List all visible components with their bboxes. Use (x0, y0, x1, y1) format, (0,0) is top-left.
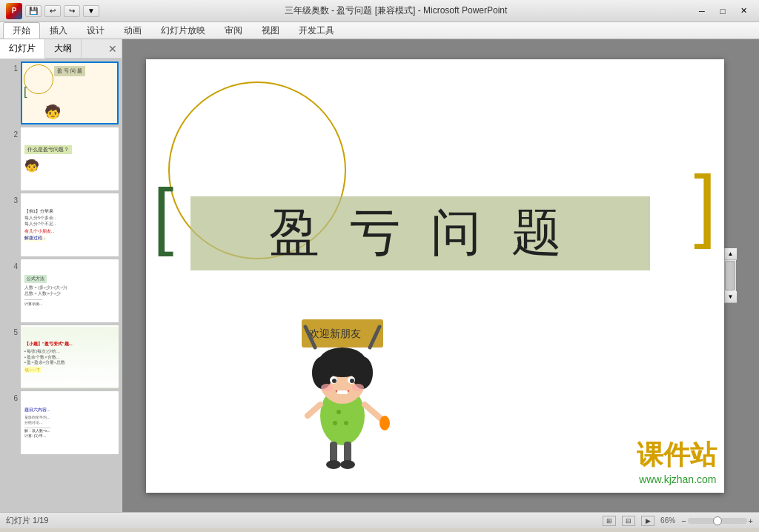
slide-canvas: [ ] 盈 亏 问 题 欢迎新朋友 (146, 59, 724, 493)
tab-outline[interactable]: 大纲 (45, 39, 82, 58)
undo-quick-btn[interactable]: ↩ (44, 5, 61, 17)
svg-point-17 (344, 421, 348, 425)
slide-sorter-btn[interactable]: ⊟ (622, 516, 635, 526)
slide-thumb-5: 【小题】"盈亏变式"题... • 每张(每次)少给... • 盈余个数×合数..… (21, 325, 119, 388)
svg-point-14 (352, 384, 364, 391)
slide-item-5[interactable]: 5 【小题】"盈亏变式"题... • 每张(每次)少给... • 盈余个数×合数… (3, 325, 119, 388)
left-bracket: [ (153, 178, 174, 252)
redo-quick-btn[interactable]: ↪ (64, 5, 80, 17)
slide-num-4: 4 (3, 259, 18, 270)
svg-point-12 (350, 379, 354, 383)
tab-developer[interactable]: 开发工具 (289, 22, 344, 39)
maximize-button[interactable]: □ (713, 4, 732, 18)
tab-design[interactable]: 设计 (77, 22, 114, 39)
slide-item-6[interactable]: 6 题目六内容... 某班同学平均... 分组讨论... 解：设人数=x... … (3, 391, 119, 454)
slide-thumb-3: 【例1】分苹果 每人分5个多余... 每人分7个不足... 有几个小朋友... … (21, 193, 119, 256)
slide-thumb-1: [ 盈 亏 问 题 🧒 (21, 61, 119, 124)
svg-line-25 (308, 405, 320, 416)
office-logo: P (6, 3, 22, 19)
zoom-slider[interactable] (688, 518, 747, 524)
svg-point-7 (312, 356, 333, 389)
tab-view[interactable]: 视图 (252, 22, 289, 39)
svg-point-8 (352, 356, 373, 389)
normal-view-btn[interactable]: ⊞ (603, 516, 616, 526)
tab-animation[interactable]: 动画 (114, 22, 151, 39)
close-button[interactable]: ✕ (734, 4, 753, 18)
window-controls: ─ □ ✕ (692, 4, 753, 18)
slide-thumb-6: 题目六内容... 某班同学平均... 分组讨论... 解：设人数=x... 计算… (21, 391, 119, 454)
svg-line-23 (365, 405, 382, 419)
reading-view-btn[interactable]: ▶ (641, 516, 654, 526)
svg-point-11 (332, 379, 337, 383)
ribbon: 开始 插入 设计 动画 幻灯片放映 审阅 视图 开发工具 (0, 22, 759, 39)
slides-list: 1 [ 盈 亏 问 题 🧒 2 什么是盈亏问题？ 🧒 (0, 59, 122, 512)
tab-insert[interactable]: 插入 (40, 22, 77, 39)
scroll-thumb[interactable] (725, 261, 735, 290)
main-area: 幻灯片 大纲 ✕ 1 [ 盈 亏 问 题 🧒 2 (0, 39, 759, 512)
title-bar-left: P 💾 ↩ ↪ ▼ (6, 3, 99, 19)
slide-item-3[interactable]: 3 【例1】分苹果 每人分5个多余... 每人分7个不足... 有几个小朋友..… (3, 193, 119, 256)
svg-point-16 (337, 410, 341, 414)
tab-slides[interactable]: 幻灯片 (0, 39, 45, 59)
panel-tabs: 幻灯片 大纲 ✕ (0, 39, 122, 59)
status-bar: 幻灯片 1/19 ⊞ ⊟ ▶ 66% − + (0, 512, 759, 528)
slide-num-6: 6 (3, 391, 18, 402)
slide-thumb-4: 公式方法 人数 = (多+少)÷(大-小) 总数 = 人数×小+少 计算示例..… (21, 259, 119, 322)
slide-item-2[interactable]: 2 什么是盈亏问题？ 🧒 (3, 127, 119, 190)
scroll-track[interactable] (725, 260, 736, 291)
window-title: 三年级奥数 - 盈亏问题 [兼容模式] - Microsoft PowerPoi… (99, 4, 692, 17)
slide-item-1[interactable]: 1 [ 盈 亏 问 题 🧒 (3, 61, 119, 124)
slide-count-label: 幻灯片 1/19 (6, 515, 48, 526)
minimize-button[interactable]: ─ (692, 4, 712, 18)
slide-thumb-2: 什么是盈亏问题？ 🧒 (21, 127, 119, 190)
customize-quick-btn[interactable]: ▼ (83, 5, 99, 17)
watermark-url: www.kjzhan.com (637, 473, 717, 485)
svg-point-24 (380, 416, 390, 430)
title-banner: 盈 亏 问 题 (190, 196, 650, 270)
save-quick-btn[interactable]: 💾 (25, 5, 42, 17)
svg-point-13 (321, 384, 333, 391)
svg-rect-15 (337, 390, 348, 394)
zoom-out-btn[interactable]: − (681, 516, 686, 525)
tab-slideshow[interactable]: 幻灯片放映 (151, 22, 215, 39)
watermark: 课件站 www.kjzhan.com (637, 437, 717, 485)
cartoon-character: 欢迎新朋友 (287, 319, 413, 478)
right-bracket: ] (694, 163, 717, 245)
slide-num-2: 2 (3, 127, 18, 139)
slide-num-1: 1 (3, 61, 18, 73)
svg-text:欢迎新朋友: 欢迎新朋友 (309, 327, 361, 339)
svg-point-18 (333, 421, 337, 425)
scroll-down-btn[interactable]: ▼ (725, 291, 737, 303)
tab-home[interactable]: 开始 (3, 22, 40, 39)
slide-num-3: 3 (3, 193, 18, 205)
slide-num-5: 5 (3, 325, 18, 336)
zoom-level: 66% (660, 516, 675, 525)
svg-point-22 (340, 460, 355, 469)
left-panel: 幻灯片 大纲 ✕ 1 [ 盈 亏 问 题 🧒 2 (0, 39, 122, 512)
zoom-in-btn[interactable]: + (749, 516, 753, 525)
scroll-up-btn[interactable]: ▲ (725, 248, 737, 260)
main-title: 盈 亏 问 题 (269, 199, 571, 267)
slide-canvas-area: [ ] 盈 亏 问 题 欢迎新朋友 (122, 39, 759, 512)
zoom-thumb[interactable] (713, 516, 722, 525)
svg-point-21 (326, 460, 341, 469)
title-bar: P 💾 ↩ ↪ ▼ 三年级奥数 - 盈亏问题 [兼容模式] - Microsof… (0, 0, 759, 22)
ribbon-tabs: 开始 插入 设计 动画 幻灯片放映 审阅 视图 开发工具 (0, 22, 759, 39)
panel-close-btn[interactable]: ✕ (104, 39, 122, 58)
watermark-text: 课件站 (637, 437, 717, 473)
slide-item-4[interactable]: 4 公式方法 人数 = (多+少)÷(大-小) 总数 = 人数×小+少 计算示例… (3, 259, 119, 322)
tab-review[interactable]: 审阅 (215, 22, 252, 39)
character-svg: 欢迎新朋友 (287, 319, 413, 475)
zoom-controls: − + (681, 516, 753, 525)
vertical-scrollbar: ▲ ▼ (724, 248, 736, 303)
